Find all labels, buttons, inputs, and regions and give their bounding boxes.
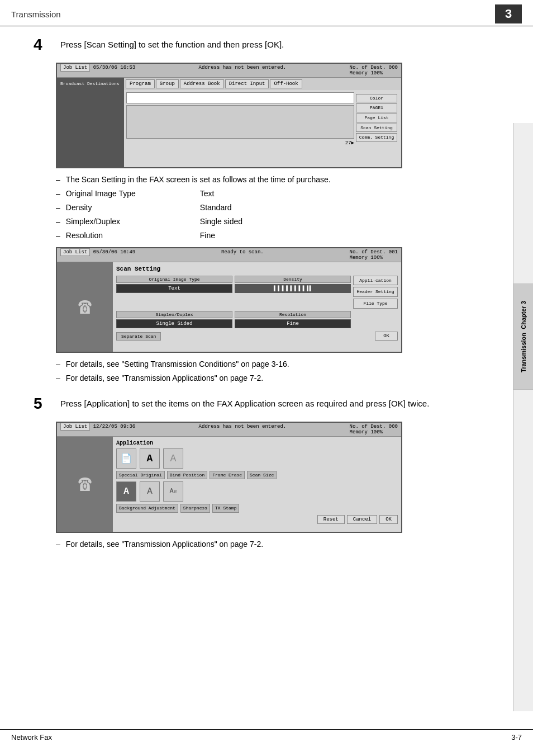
dash-resolution: – [56,230,60,242]
phone-icon: ☎ [78,293,92,320]
step5-sub-text: For details, see "Transmission Applicati… [66,538,263,550]
scan-screen: Job List 05/30/06 16:49 Ready to scan. N… [56,247,402,353]
fax-nav-program[interactable]: Program [126,79,155,88]
scan-size-btn[interactable]: Scan Size [247,471,277,480]
scan-cell-orig: Original Image Type Text [116,276,232,309]
fax-no-dest-1: No. of Dest. [350,65,389,70]
scan-top-bar: Job List 05/30/06 16:49 Ready to scan. N… [57,248,401,262]
density-value: Standard [200,202,232,214]
fax-broadcast-label: Broadcast Destinations [59,80,122,87]
app-screen: Job List 12/22/05 09:36 Address has not … [56,422,402,533]
fax-left-panel-1: Broadcast Destinations [57,78,124,167]
fax-input-row-1[interactable] [126,92,354,103]
scan-application-btn[interactable]: Appli-cation [353,276,398,286]
scan-orig-label[interactable]: Original Image Type [116,276,232,284]
fax-scansetting-btn[interactable]: Scan Setting [356,124,397,133]
sharpness-btn[interactable]: Sharpness [180,504,210,513]
scan-orig-value[interactable]: Text [116,284,232,293]
fax-pagelist-btn[interactable]: Page List [356,114,397,122]
step4-text: Press [Scan Setting] to set the function… [60,36,284,54]
reset-btn[interactable]: Reset [317,515,345,524]
bullet-content-orig: Original Image Type Text [66,188,215,200]
fax-color-btn[interactable]: Color [356,94,397,103]
sub-dash-2: – [56,372,60,384]
scan-ok-btn[interactable]: OK [375,332,398,341]
scan-dest-info: No. of Dest. 001 Memory 100% [350,249,398,261]
scan-setting-title: Scan Setting [116,266,398,272]
step4-bullet-simplex: – Simplex/Duplex Single sided [56,216,499,228]
step5-block: 5 Press [Application] to set the items o… [34,395,499,550]
chapter-tab-lower [513,390,533,711]
bullet-content-resolution: Resolution Fine [66,230,215,242]
a-small-icon: Ae [163,481,183,502]
main-content: 4 Press [Scan Setting] to set the functi… [0,26,533,565]
chapter-side-tab: Chapter 3 Transmission [513,123,533,711]
scan-separate-btn[interactable]: Separate Scan [116,332,161,341]
scan-density-label[interactable]: Density [235,276,351,284]
fax-page1-btn[interactable]: PAGE1 [356,103,397,112]
resolution-value: Fine [200,230,215,242]
scan-job-btn[interactable]: Job List [60,248,90,256]
app-dest-count: 000 [389,424,398,429]
scan-top-left: Job List 05/30/06 16:49 [60,249,135,261]
fax-nav-offhook[interactable]: Off-Hook [270,79,302,88]
dash-density: – [56,202,60,214]
chapter-tab-upper [513,123,533,284]
step5-text: Press [Application] to set the items on … [60,395,429,413]
scan-cell-density: Density ▐▐▐▐▐▐▐▐▐▌ [235,276,351,309]
step4-bullet-orig: – Original Image Type Text [56,188,499,200]
app-phone-icon: ☎ [78,470,92,498]
bullet-content-density: Density Standard [66,202,232,214]
step4-bullet-resolution: – Resolution Fine [56,230,499,242]
scan-resolution-value[interactable]: Fine [235,319,351,328]
tx-stamp-btn[interactable]: TX Stamp [212,504,239,513]
cancel-btn[interactable]: Cancel [347,515,377,524]
header-title: Transmission [11,10,61,19]
scan-memory: Memory 100% [350,255,398,261]
scan-simplex-label[interactable]: Simplex/Duplex [116,311,232,319]
scan-resolution-label[interactable]: Resolution [235,311,351,319]
fax-job-btn-1[interactable]: Job List [60,64,90,72]
fax-dest-count-1: 000 [389,65,398,70]
scan-filetype-btn[interactable]: File Type [353,299,398,309]
step4-bullet-1: – The Scan Setting in the FAX screen is … [56,174,499,186]
app-top-left: Job List 12/22/05 09:36 [60,424,135,435]
fax-page-num: 27▶ [126,140,354,146]
simplex-value: Single sided [200,216,242,228]
frame-erase-btn[interactable]: Frame Erase [210,471,245,480]
step5-sub-bullet-1: – For details, see "Transmission Applica… [56,538,499,550]
bind-position-btn[interactable]: Bind Position [167,471,207,480]
fax-job-list-1: Job List 05/30/06 16:53 [60,65,135,76]
fax-main-area-1: Program Group Address Book Direct Input … [124,78,401,167]
scan-density-value[interactable]: ▐▐▐▐▐▐▐▐▐▌ [235,284,351,293]
scan-cell-resolution: Resolution Fine [235,311,351,329]
scan-right-panel: Scan Setting Original Image Type Text De… [113,262,401,352]
app-job-btn[interactable]: Job List [60,423,90,431]
a-gray-icon: A [163,448,183,469]
fax-datetime-1: 05/30/06 16:53 [93,65,136,70]
app-dest-info: No. of Dest. 000 Memory 100% [350,424,398,435]
app-title: Application [116,440,398,446]
ok-btn[interactable]: OK [379,515,398,524]
app-address-msg: Address has not been entered. [199,424,287,435]
step4-number: 4 [34,36,51,54]
special-original-btn[interactable]: Special Original [116,471,165,480]
step4-bullet-density: – Density Standard [56,202,499,214]
app-icon-row-1: 📄 A A [116,448,398,469]
scan-bottom-row: Separate Scan OK [116,332,398,342]
simplex-label: Simplex/Duplex [66,216,155,228]
fax-nav-addressbook[interactable]: Address Book [180,79,224,88]
fax-commsetting-btn[interactable]: Comm. Setting [356,133,397,142]
fax-nav-group[interactable]: Group [156,79,179,88]
footer-right: 3-7 [511,733,522,741]
app-icon-row-2: A A Ae [116,481,398,502]
scan-body: ☎ Scan Setting Original Image Type Text … [57,262,401,352]
dash-orig: – [56,188,60,200]
scan-simplex-value[interactable]: Single Sided [116,319,232,328]
step4-bullet-list: – The Scan Setting in the FAX screen is … [56,174,499,242]
background-adjustment-btn[interactable]: Background Adjustment [116,504,178,513]
fax-nav-directinput[interactable]: Direct Input [225,79,269,88]
fax-content-rows [126,105,354,139]
scan-header-btn[interactable]: Header Setting [353,287,398,297]
bullet-text-1: The Scan Setting in the FAX screen is se… [66,174,331,186]
